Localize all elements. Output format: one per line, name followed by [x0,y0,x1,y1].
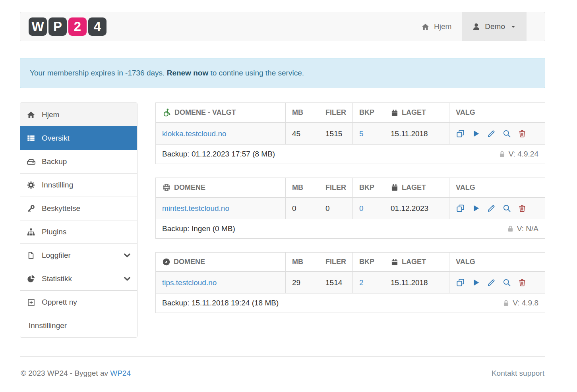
domain-row: mintest.testcloud.no 0 0 0 01.12.2023 [156,197,545,219]
col-header-filer: FILER [319,103,353,123]
backup-row: Backup: 15.11.2018 19:24 (18 MB) V: 4.9.… [156,294,545,313]
sitemap-icon [26,228,36,236]
domain-table-valgt: DOMENE - VALGT MB FILER BKP LAGET VALG k… [155,102,545,164]
col-header-bkp: BKP [353,103,384,123]
sidebar-item-label: Oversikt [42,134,70,143]
lock-icon [502,299,510,307]
play-icon[interactable] [471,278,480,287]
renew-now-link[interactable]: Renew now [167,69,209,77]
sidebar-item-label: Plugins [42,228,66,236]
calendar-icon [391,109,399,117]
copyright-text: © 2023 WP24 - Bygget av [21,369,110,377]
sidebar-item-innstillinger[interactable]: Innstillinger [20,314,137,337]
domain-link[interactable]: tips.testcloud.no [162,278,217,287]
col-header-valg: VALG [449,253,545,272]
play-icon[interactable] [471,204,480,213]
sidebar-item-label: Innstillinger [29,321,67,330]
sidebar-nav: Hjem Oversikt Backup Innstilling [20,102,137,338]
circle-badge-icon [162,258,170,266]
sidebar-item-backup[interactable]: Backup [20,150,137,173]
domain-table-3: DOMENE MB FILER BKP LAGET VALG tips.test… [155,252,545,313]
home-icon [421,23,430,31]
sidebar-item-opprett-ny[interactable]: Opprett ny [20,290,137,314]
user-name-label: Demo [485,22,505,31]
sidebar-item-plugins[interactable]: Plugins [20,220,137,243]
home-icon [26,110,36,119]
membership-alert: Your membership expires in -1736 days. R… [20,58,545,88]
domain-row: klokka.testcloud.no 45 1515 5 15.11.2018 [156,123,545,145]
sidebar-item-label: Innstilling [42,181,73,189]
version-label: V: N/A [517,224,538,233]
col-header-valg: VALG [449,103,545,123]
play-icon[interactable] [471,129,480,138]
col-header-bkp: BKP [353,178,384,198]
page-footer: © 2023 WP24 - Bygget av WP24 Kontakt sup… [20,357,545,390]
mb-value: 29 [286,272,319,294]
col-header-mb: MB [286,178,319,198]
backup-info: Backup: 01.12.2023 17:57 (8 MB) [162,150,275,158]
sidebar-item-beskyttelse[interactable]: Beskyttelse [20,197,137,220]
search-icon[interactable] [502,129,511,138]
backup-row: Backup: Ingen (0 MB) V: N/A [156,219,545,239]
nav-home-label: Hjem [434,22,451,31]
clone-icon[interactable] [456,204,465,213]
copyright: © 2023 WP24 - Bygget av WP24 [21,369,131,378]
backup-row: Backup: 01.12.2023 17:57 (8 MB) V: 4.9.2… [156,145,545,164]
calendar-icon [391,258,399,266]
backup-info: Backup: 15.11.2018 19:24 (18 MB) [162,299,279,307]
domain-link[interactable]: klokka.testcloud.no [162,129,227,138]
logo-tile: W [29,17,47,36]
delete-icon[interactable] [518,204,527,213]
wp24-logo[interactable]: W P 2 4 [20,12,106,41]
accessible-icon [162,108,171,117]
laget-value: 15.11.2018 [384,272,449,294]
sidebar-item-label: Hjem [42,110,59,119]
col-header-filer: FILER [319,253,353,272]
edit-icon[interactable] [487,129,496,138]
caret-down-icon [510,24,516,30]
pie-chart-icon [26,274,36,283]
sidebar-item-label: Statistikk [42,274,72,283]
lock-icon [507,225,514,233]
col-header-mb: MB [286,103,319,123]
navbar-links: Hjem Demo [411,12,527,41]
sidebar-item-loggfiler[interactable]: Loggfiler [20,243,137,267]
nav-home-link[interactable]: Hjem [411,12,462,41]
search-icon[interactable] [502,204,511,213]
logo-tile: 4 [88,17,106,36]
chevron-down-icon [123,251,131,259]
search-icon[interactable] [502,278,511,287]
file-icon [26,251,36,260]
col-header-laget: LAGET [402,183,426,192]
alert-text-after: to contine using the service. [208,69,304,77]
edit-icon[interactable] [487,204,496,213]
bkp-link[interactable]: 2 [359,278,364,287]
clone-icon[interactable] [456,129,465,138]
calendar-icon [391,183,399,191]
sidebar-item-label: Opprett ny [42,298,77,307]
user-icon [472,23,480,31]
version-label: V: 4.9.8 [513,299,538,307]
contact-support-link[interactable]: Kontakt support [492,369,544,378]
sidebar-item-statistikk[interactable]: Statistikk [20,267,137,290]
domain-row: tips.testcloud.no 29 1514 2 15.11.2018 [156,272,545,294]
table-title: DOMENE - VALGT [174,108,236,117]
logo-tile: 2 [68,17,87,36]
table-title: DOMENE [174,183,205,192]
user-dropdown[interactable]: Demo [462,12,527,41]
sidebar-item-innstilling[interactable]: Innstilling [20,173,137,197]
bkp-link[interactable]: 0 [359,204,364,212]
domain-link[interactable]: mintest.testcloud.no [162,204,229,212]
sidebar-item-hjem[interactable]: Hjem [20,103,137,126]
logo-tile: P [48,17,67,36]
sidebar-item-oversikt[interactable]: Oversikt [20,126,137,150]
clone-icon[interactable] [456,278,465,287]
edit-icon[interactable] [487,278,496,287]
gear-icon [26,181,36,189]
wp24-footer-link[interactable]: WP24 [110,369,131,377]
filer-value: 0 [319,197,353,219]
delete-icon[interactable] [518,129,527,138]
list-icon [26,134,36,143]
delete-icon[interactable] [518,278,527,287]
bkp-link[interactable]: 5 [359,129,364,138]
